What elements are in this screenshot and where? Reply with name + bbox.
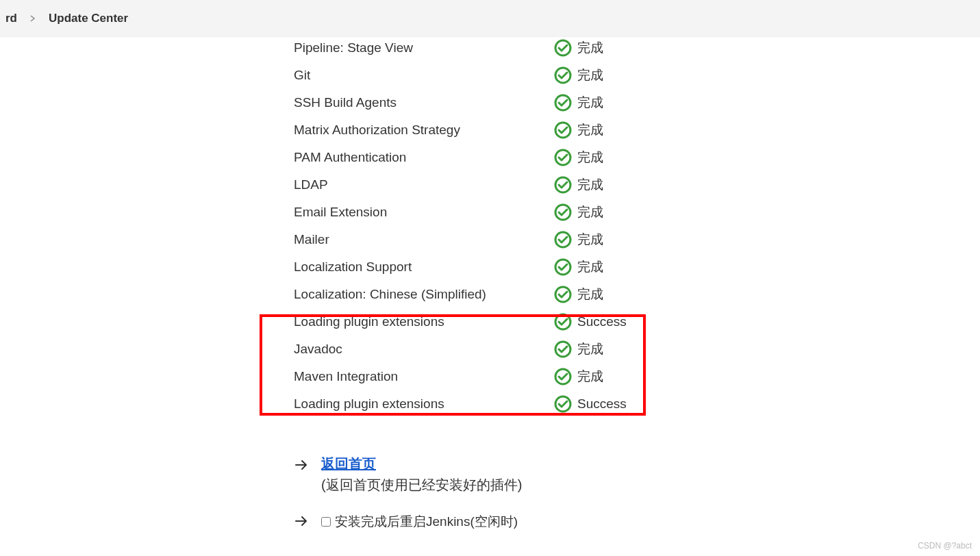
plugin-row: LDAP 完成	[294, 171, 677, 199]
success-check-icon	[554, 340, 572, 358]
plugin-name: Email Extension	[294, 205, 554, 220]
plugin-row: Maven Integration 完成	[294, 363, 677, 390]
plugin-status-text: 完成	[577, 66, 603, 84]
plugin-status-text: 完成	[577, 176, 603, 194]
plugin-install-list: Pipeline: Stage View 完成 Git 完成 SSH Build…	[294, 34, 677, 418]
watermark: CSDN @?abct	[918, 541, 972, 551]
plugin-status-text: 完成	[577, 286, 603, 303]
plugin-name: Javadoc	[294, 342, 554, 357]
plugin-status-text: Success	[577, 396, 627, 412]
success-check-icon	[554, 149, 572, 166]
footer-actions: 返回首页 (返回首页使用已经安装好的插件) 安装完成后重启Jenkins(空闲时…	[294, 455, 522, 533]
plugin-status: 完成	[554, 203, 603, 221]
plugin-name: Git	[294, 68, 554, 83]
plugin-row: SSH Build Agents 完成	[294, 89, 677, 116]
chevron-right-icon	[23, 13, 43, 24]
restart-checkbox-label[interactable]: 安装完成后重启Jenkins(空闲时)	[321, 513, 518, 531]
success-check-icon	[554, 313, 572, 331]
breadcrumb-item-update-center[interactable]: Update Center	[43, 12, 134, 25]
plugin-status-text: 完成	[577, 121, 603, 139]
arrow-right-icon	[294, 455, 309, 477]
plugin-status-text: 完成	[577, 231, 603, 249]
plugin-status-text: 完成	[577, 149, 603, 166]
plugin-row: PAM Authentication 完成	[294, 144, 677, 171]
breadcrumb-item-dashboard[interactable]: rd	[0, 12, 23, 25]
success-check-icon	[554, 39, 572, 57]
plugin-row: Loading plugin extensions Success	[294, 308, 677, 336]
plugin-row: Git 完成	[294, 62, 677, 89]
success-check-icon	[554, 286, 572, 303]
plugin-row: Matrix Authorization Strategy 完成	[294, 116, 677, 144]
plugin-status-text: 完成	[577, 340, 603, 358]
plugin-row: Pipeline: Stage View 完成	[294, 34, 677, 62]
success-check-icon	[554, 176, 572, 194]
plugin-status: 完成	[554, 94, 603, 112]
success-check-icon	[554, 368, 572, 386]
plugin-name: Loading plugin extensions	[294, 396, 554, 412]
success-check-icon	[554, 121, 572, 139]
plugin-status-text: Success	[577, 314, 627, 329]
plugin-row: Localization: Chinese (Simplified) 完成	[294, 281, 677, 308]
arrow-right-icon	[294, 511, 309, 533]
plugin-name: Matrix Authorization Strategy	[294, 123, 554, 138]
plugin-name: Localization Support	[294, 260, 554, 275]
plugin-name: Pipeline: Stage View	[294, 40, 554, 55]
plugin-row: Localization Support 完成	[294, 253, 677, 281]
plugin-status: 完成	[554, 176, 603, 194]
plugin-name: Localization: Chinese (Simplified)	[294, 287, 554, 302]
plugin-status-text: 完成	[577, 258, 603, 276]
plugin-status-text: 完成	[577, 94, 603, 112]
plugin-status: 完成	[554, 149, 603, 166]
plugin-status-text: 完成	[577, 203, 603, 221]
plugin-name: Loading plugin extensions	[294, 314, 554, 329]
plugin-row: Javadoc 完成	[294, 336, 677, 363]
restart-after-install-row: 安装完成后重启Jenkins(空闲时)	[294, 511, 522, 533]
return-home-hint: (返回首页使用已经安装好的插件)	[321, 476, 522, 494]
plugin-name: PAM Authentication	[294, 150, 554, 165]
plugin-status-text: 完成	[577, 368, 603, 386]
success-check-icon	[554, 258, 572, 276]
return-home-row: 返回首页 (返回首页使用已经安装好的插件)	[294, 455, 522, 494]
restart-label-text: 安装完成后重启Jenkins(空闲时)	[335, 513, 518, 531]
plugin-status: 完成	[554, 39, 603, 57]
plugin-status: 完成	[554, 231, 603, 249]
plugin-status: 完成	[554, 368, 603, 386]
plugin-status-text: 完成	[577, 39, 603, 57]
plugin-row: Mailer 完成	[294, 226, 677, 253]
plugin-status: Success	[554, 395, 627, 413]
plugin-row: Email Extension 完成	[294, 199, 677, 226]
plugin-status: 完成	[554, 258, 603, 276]
breadcrumb: rd Update Center	[0, 0, 980, 37]
plugin-row: Loading plugin extensions Success	[294, 390, 677, 418]
plugin-name: Maven Integration	[294, 369, 554, 384]
plugin-status: 完成	[554, 121, 603, 139]
success-check-icon	[554, 203, 572, 221]
return-home-link[interactable]: 返回首页	[321, 455, 522, 473]
plugin-name: LDAP	[294, 177, 554, 192]
plugin-name: Mailer	[294, 232, 554, 247]
plugin-status: 完成	[554, 66, 603, 84]
success-check-icon	[554, 66, 572, 84]
plugin-status: 完成	[554, 286, 603, 303]
success-check-icon	[554, 231, 572, 249]
plugin-name: SSH Build Agents	[294, 95, 554, 110]
plugin-status: 完成	[554, 340, 603, 358]
success-check-icon	[554, 94, 572, 112]
restart-checkbox[interactable]	[321, 517, 331, 527]
plugin-status: Success	[554, 313, 627, 331]
success-check-icon	[554, 395, 572, 413]
